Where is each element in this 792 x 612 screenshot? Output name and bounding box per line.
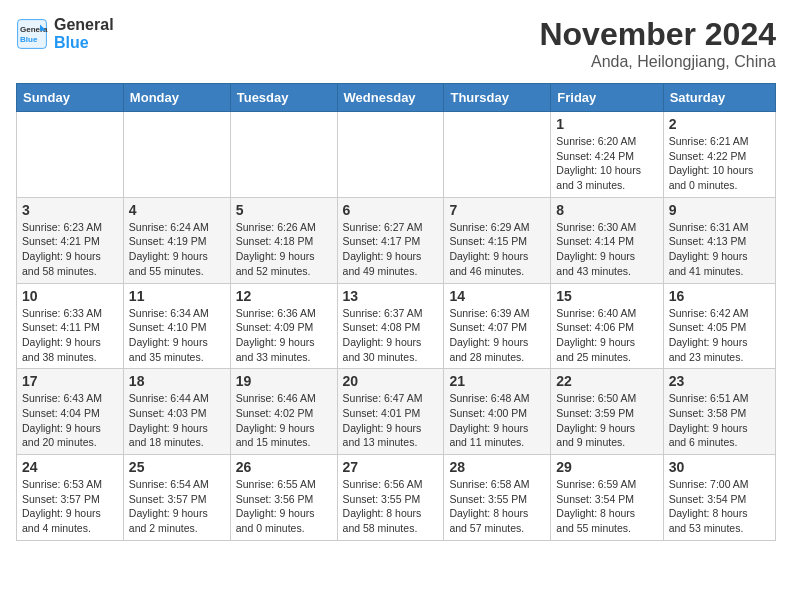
calendar-cell (230, 112, 337, 198)
logo-text-general: General (54, 16, 114, 34)
calendar-cell: 1Sunrise: 6:20 AM Sunset: 4:24 PM Daylig… (551, 112, 663, 198)
calendar-cell: 10Sunrise: 6:33 AM Sunset: 4:11 PM Dayli… (17, 283, 124, 369)
day-number: 16 (669, 288, 770, 304)
svg-text:Blue: Blue (20, 35, 38, 44)
day-info: Sunrise: 6:30 AM Sunset: 4:14 PM Dayligh… (556, 220, 657, 279)
calendar-cell: 6Sunrise: 6:27 AM Sunset: 4:17 PM Daylig… (337, 197, 444, 283)
weekday-header-friday: Friday (551, 84, 663, 112)
day-number: 24 (22, 459, 118, 475)
day-info: Sunrise: 6:58 AM Sunset: 3:55 PM Dayligh… (449, 477, 545, 536)
day-number: 4 (129, 202, 225, 218)
week-row-1: 3Sunrise: 6:23 AM Sunset: 4:21 PM Daylig… (17, 197, 776, 283)
day-info: Sunrise: 6:34 AM Sunset: 4:10 PM Dayligh… (129, 306, 225, 365)
calendar-cell: 25Sunrise: 6:54 AM Sunset: 3:57 PM Dayli… (123, 455, 230, 541)
calendar-cell: 30Sunrise: 7:00 AM Sunset: 3:54 PM Dayli… (663, 455, 775, 541)
calendar-cell (337, 112, 444, 198)
calendar-cell: 9Sunrise: 6:31 AM Sunset: 4:13 PM Daylig… (663, 197, 775, 283)
day-number: 25 (129, 459, 225, 475)
week-row-0: 1Sunrise: 6:20 AM Sunset: 4:24 PM Daylig… (17, 112, 776, 198)
calendar-cell (444, 112, 551, 198)
day-number: 12 (236, 288, 332, 304)
day-number: 11 (129, 288, 225, 304)
day-info: Sunrise: 6:55 AM Sunset: 3:56 PM Dayligh… (236, 477, 332, 536)
location: Anda, Heilongjiang, China (539, 53, 776, 71)
day-number: 7 (449, 202, 545, 218)
calendar-cell: 11Sunrise: 6:34 AM Sunset: 4:10 PM Dayli… (123, 283, 230, 369)
calendar-cell: 12Sunrise: 6:36 AM Sunset: 4:09 PM Dayli… (230, 283, 337, 369)
day-info: Sunrise: 6:59 AM Sunset: 3:54 PM Dayligh… (556, 477, 657, 536)
day-info: Sunrise: 6:33 AM Sunset: 4:11 PM Dayligh… (22, 306, 118, 365)
calendar-cell: 5Sunrise: 6:26 AM Sunset: 4:18 PM Daylig… (230, 197, 337, 283)
calendar-cell: 16Sunrise: 6:42 AM Sunset: 4:05 PM Dayli… (663, 283, 775, 369)
day-number: 3 (22, 202, 118, 218)
day-info: Sunrise: 6:51 AM Sunset: 3:58 PM Dayligh… (669, 391, 770, 450)
calendar-cell: 4Sunrise: 6:24 AM Sunset: 4:19 PM Daylig… (123, 197, 230, 283)
day-number: 30 (669, 459, 770, 475)
day-info: Sunrise: 6:36 AM Sunset: 4:09 PM Dayligh… (236, 306, 332, 365)
calendar-cell: 20Sunrise: 6:47 AM Sunset: 4:01 PM Dayli… (337, 369, 444, 455)
day-number: 1 (556, 116, 657, 132)
calendar-cell: 18Sunrise: 6:44 AM Sunset: 4:03 PM Dayli… (123, 369, 230, 455)
day-number: 19 (236, 373, 332, 389)
weekday-header-saturday: Saturday (663, 84, 775, 112)
calendar-cell: 2Sunrise: 6:21 AM Sunset: 4:22 PM Daylig… (663, 112, 775, 198)
calendar-cell: 26Sunrise: 6:55 AM Sunset: 3:56 PM Dayli… (230, 455, 337, 541)
day-number: 29 (556, 459, 657, 475)
day-info: Sunrise: 6:26 AM Sunset: 4:18 PM Dayligh… (236, 220, 332, 279)
day-number: 2 (669, 116, 770, 132)
day-info: Sunrise: 6:31 AM Sunset: 4:13 PM Dayligh… (669, 220, 770, 279)
day-info: Sunrise: 6:40 AM Sunset: 4:06 PM Dayligh… (556, 306, 657, 365)
day-info: Sunrise: 6:42 AM Sunset: 4:05 PM Dayligh… (669, 306, 770, 365)
header: General Blue General Blue November 2024 … (16, 16, 776, 71)
day-info: Sunrise: 7:00 AM Sunset: 3:54 PM Dayligh… (669, 477, 770, 536)
day-number: 20 (343, 373, 439, 389)
day-info: Sunrise: 6:21 AM Sunset: 4:22 PM Dayligh… (669, 134, 770, 193)
day-info: Sunrise: 6:24 AM Sunset: 4:19 PM Dayligh… (129, 220, 225, 279)
day-number: 22 (556, 373, 657, 389)
weekday-header-sunday: Sunday (17, 84, 124, 112)
calendar-cell: 8Sunrise: 6:30 AM Sunset: 4:14 PM Daylig… (551, 197, 663, 283)
weekday-header-tuesday: Tuesday (230, 84, 337, 112)
day-info: Sunrise: 6:53 AM Sunset: 3:57 PM Dayligh… (22, 477, 118, 536)
calendar-cell: 14Sunrise: 6:39 AM Sunset: 4:07 PM Dayli… (444, 283, 551, 369)
calendar-cell: 3Sunrise: 6:23 AM Sunset: 4:21 PM Daylig… (17, 197, 124, 283)
title-area: November 2024 Anda, Heilongjiang, China (539, 16, 776, 71)
day-info: Sunrise: 6:43 AM Sunset: 4:04 PM Dayligh… (22, 391, 118, 450)
day-info: Sunrise: 6:56 AM Sunset: 3:55 PM Dayligh… (343, 477, 439, 536)
day-info: Sunrise: 6:50 AM Sunset: 3:59 PM Dayligh… (556, 391, 657, 450)
calendar-cell: 13Sunrise: 6:37 AM Sunset: 4:08 PM Dayli… (337, 283, 444, 369)
week-row-4: 24Sunrise: 6:53 AM Sunset: 3:57 PM Dayli… (17, 455, 776, 541)
calendar-cell (123, 112, 230, 198)
day-info: Sunrise: 6:27 AM Sunset: 4:17 PM Dayligh… (343, 220, 439, 279)
day-info: Sunrise: 6:44 AM Sunset: 4:03 PM Dayligh… (129, 391, 225, 450)
calendar-cell: 27Sunrise: 6:56 AM Sunset: 3:55 PM Dayli… (337, 455, 444, 541)
day-number: 6 (343, 202, 439, 218)
calendar-cell: 22Sunrise: 6:50 AM Sunset: 3:59 PM Dayli… (551, 369, 663, 455)
day-info: Sunrise: 6:47 AM Sunset: 4:01 PM Dayligh… (343, 391, 439, 450)
day-number: 26 (236, 459, 332, 475)
day-info: Sunrise: 6:29 AM Sunset: 4:15 PM Dayligh… (449, 220, 545, 279)
day-number: 23 (669, 373, 770, 389)
logo-text-blue: Blue (54, 34, 114, 52)
calendar-cell: 28Sunrise: 6:58 AM Sunset: 3:55 PM Dayli… (444, 455, 551, 541)
day-number: 8 (556, 202, 657, 218)
weekday-header-monday: Monday (123, 84, 230, 112)
week-row-2: 10Sunrise: 6:33 AM Sunset: 4:11 PM Dayli… (17, 283, 776, 369)
week-row-3: 17Sunrise: 6:43 AM Sunset: 4:04 PM Dayli… (17, 369, 776, 455)
weekday-header-row: SundayMondayTuesdayWednesdayThursdayFrid… (17, 84, 776, 112)
calendar-cell: 17Sunrise: 6:43 AM Sunset: 4:04 PM Dayli… (17, 369, 124, 455)
calendar-cell: 29Sunrise: 6:59 AM Sunset: 3:54 PM Dayli… (551, 455, 663, 541)
calendar-cell: 23Sunrise: 6:51 AM Sunset: 3:58 PM Dayli… (663, 369, 775, 455)
calendar-cell: 24Sunrise: 6:53 AM Sunset: 3:57 PM Dayli… (17, 455, 124, 541)
day-info: Sunrise: 6:39 AM Sunset: 4:07 PM Dayligh… (449, 306, 545, 365)
month-year: November 2024 (539, 16, 776, 53)
day-number: 17 (22, 373, 118, 389)
calendar-cell: 7Sunrise: 6:29 AM Sunset: 4:15 PM Daylig… (444, 197, 551, 283)
day-info: Sunrise: 6:37 AM Sunset: 4:08 PM Dayligh… (343, 306, 439, 365)
day-number: 28 (449, 459, 545, 475)
day-info: Sunrise: 6:20 AM Sunset: 4:24 PM Dayligh… (556, 134, 657, 193)
weekday-header-thursday: Thursday (444, 84, 551, 112)
calendar-cell: 21Sunrise: 6:48 AM Sunset: 4:00 PM Dayli… (444, 369, 551, 455)
day-number: 27 (343, 459, 439, 475)
day-info: Sunrise: 6:46 AM Sunset: 4:02 PM Dayligh… (236, 391, 332, 450)
